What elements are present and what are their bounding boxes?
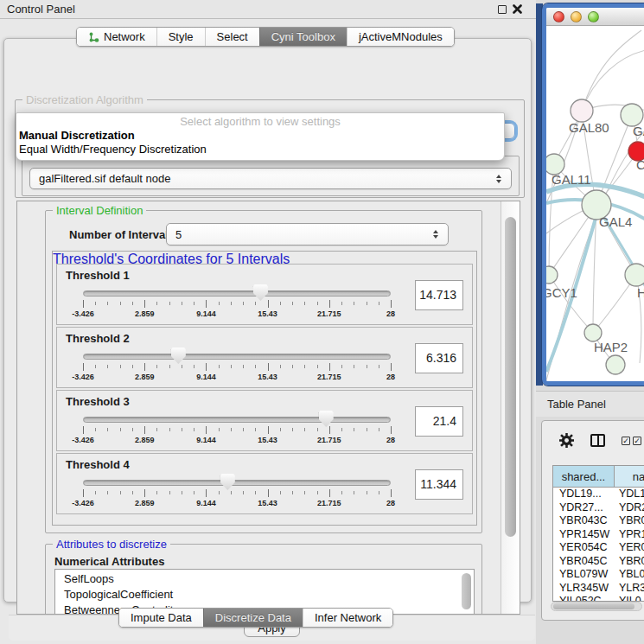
table-cell[interactable]: YER054C	[553, 541, 615, 555]
tick-mark	[156, 491, 157, 494]
slider-ticks	[83, 363, 391, 372]
table-cell[interactable]: YPR145W	[553, 528, 615, 542]
table-cell[interactable]: YDR2	[615, 501, 644, 515]
table-cell[interactable]: YBR043C	[553, 514, 615, 528]
table-cell[interactable]: YBR0	[615, 514, 644, 528]
slider-track[interactable]	[83, 480, 391, 486]
network-node[interactable]	[571, 99, 593, 122]
tab-label: Discretize Data	[215, 611, 291, 624]
table-cell[interactable]: YBL079W	[553, 568, 615, 582]
tick-mark	[83, 300, 84, 308]
tick-mark	[329, 489, 330, 497]
list-scrollbar-thumb[interactable]	[462, 573, 471, 609]
slider-thumb[interactable]	[253, 284, 268, 301]
threshold-value-field[interactable]: 6.316	[415, 343, 463, 373]
network-node[interactable]	[606, 355, 625, 374]
network-canvas[interactable]: GAL80GACGAL11GAL4GCY1HHAP2	[546, 26, 644, 381]
table-panel-title: Table Panel	[536, 398, 606, 411]
slider-thumb[interactable]	[220, 474, 235, 490]
table-cell[interactable]: YPR1	[615, 528, 644, 542]
table-data-combobox[interactable]: galFiltered.sif default node	[29, 168, 512, 189]
attribute-list-item[interactable]: SelfLoops	[55, 571, 474, 587]
settings-gear-icon[interactable]	[559, 433, 574, 448]
table-row[interactable]: YER054CYER0	[553, 541, 644, 555]
table-row[interactable]: YLR345WYLR3	[553, 582, 644, 596]
node-label: GAL80	[569, 120, 609, 135]
table-cell[interactable]: YBR045C	[553, 555, 615, 569]
table-cell[interactable]: YER0	[615, 541, 644, 555]
network-node[interactable]	[546, 266, 558, 284]
horizontal-scrollbar-thumb[interactable]	[553, 603, 634, 609]
algorithm-option[interactable]: Manual Discretization	[16, 129, 504, 143]
close-traffic-light-icon[interactable]	[553, 11, 564, 22]
tab-impute-data[interactable]: Impute Data	[119, 609, 203, 627]
tick-mark	[379, 302, 379, 305]
slider-thumb[interactable]	[319, 411, 334, 427]
column-header[interactable]: na	[615, 466, 644, 487]
tab-select[interactable]: Select	[205, 28, 259, 46]
table-cell[interactable]: YDL19...	[553, 488, 615, 501]
table-row[interactable]: YPR145WYPR1	[553, 528, 644, 542]
tab-jactivemnodules[interactable]: jActiveMNodules	[347, 28, 454, 46]
tab-network[interactable]: Network	[77, 28, 156, 46]
tab-cyni-toolbox[interactable]: Cyni Toolbox	[259, 28, 347, 46]
threshold-value-field[interactable]: 11.344	[415, 469, 463, 500]
table-row[interactable]: YDL19...YDL1	[553, 488, 644, 501]
slider-tick-labels: -3.4262.8599.14415.4321.71528	[83, 499, 391, 508]
tick-mark	[292, 302, 293, 305]
algorithm-option[interactable]: Equal Width/Frequency Discretization	[16, 143, 504, 156]
tick-label: 2.859	[135, 499, 155, 507]
tab-style[interactable]: Style	[156, 28, 205, 46]
tick-mark	[120, 491, 121, 494]
table-cell[interactable]: YBR0	[615, 555, 644, 569]
minimize-traffic-light-icon[interactable]	[571, 11, 582, 22]
slider-thumb[interactable]	[171, 348, 186, 364]
table-cell[interactable]: YBL0	[615, 568, 644, 582]
split-columns-icon[interactable]	[590, 434, 605, 447]
slider-track[interactable]	[83, 354, 391, 360]
threshold-value-field[interactable]: 21.4	[415, 406, 463, 437]
close-icon[interactable]	[513, 4, 522, 14]
float-window-icon[interactable]	[498, 5, 507, 14]
table-cell[interactable]: YIL0	[615, 595, 644, 601]
table-row[interactable]: YDR27...YDR2	[553, 501, 644, 515]
table-row[interactable]: YBR045CYBR0	[553, 555, 644, 569]
tick-label: 9.144	[196, 373, 216, 381]
tab-label: Network	[104, 30, 145, 43]
horizontal-scrollbar-track[interactable]	[551, 602, 642, 611]
column-checkboxes-icon[interactable]: ✓ ✓	[622, 437, 641, 445]
vertical-scrollbar-thumb[interactable]	[505, 217, 516, 537]
table-row[interactable]: YBR043CYBR0	[553, 514, 644, 528]
table-cell[interactable]: YIL052C	[553, 595, 615, 601]
threshold-value-field[interactable]: 14.713	[415, 280, 463, 310]
threshold-panel: Threshold 3-3.4262.8599.14415.4321.71528…	[56, 390, 473, 451]
tab-infer-network[interactable]: Infer Network	[303, 609, 392, 627]
slider-track[interactable]	[83, 290, 391, 296]
number-of-intervals-combobox[interactable]: 5	[166, 223, 449, 245]
table-cell[interactable]: YLR345W	[553, 582, 615, 596]
slider-track[interactable]	[83, 417, 391, 423]
column-header[interactable]: shared...	[553, 466, 615, 487]
node-label: GAL11	[552, 172, 591, 187]
table-cell[interactable]: YDL1	[615, 488, 644, 501]
slider-tick-labels: -3.4262.8599.14415.4321.71528	[83, 436, 391, 445]
tick-mark	[268, 489, 269, 497]
table-cell[interactable]: YLR3	[615, 582, 644, 596]
tick-mark	[95, 365, 96, 368]
tick-label: -3.426	[72, 436, 94, 444]
tick-mark	[317, 302, 318, 305]
zoom-traffic-light-icon[interactable]	[588, 11, 599, 22]
tick-mark	[367, 491, 367, 494]
tab-discretize-data[interactable]: Discretize Data	[203, 609, 303, 627]
network-node[interactable]	[584, 324, 602, 341]
network-node[interactable]	[625, 264, 644, 286]
vertical-scrollbar-track[interactable]	[501, 201, 520, 614]
table-row[interactable]: YIL052CYIL0	[553, 595, 644, 601]
tick-mark	[83, 363, 84, 371]
attribute-list-item[interactable]: TopologicalCoefficient	[55, 587, 474, 603]
tick-label: -3.426	[72, 499, 94, 507]
table-row[interactable]: YBL079WYBL0	[553, 568, 644, 582]
tick-mark	[280, 365, 281, 368]
table-cell[interactable]: YDR27...	[553, 501, 615, 515]
tick-mark	[219, 365, 220, 368]
